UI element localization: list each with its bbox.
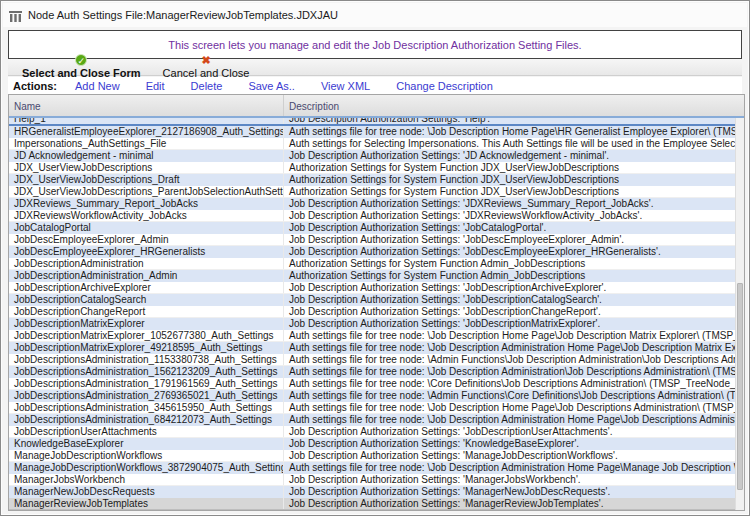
row-description-cell: Auth settings file for tree node: \Job D… — [283, 414, 744, 426]
table-row[interactable]: JDX_UserViewJobDescriptionsAuthorization… — [9, 162, 744, 174]
table-row[interactable]: ManageJobDescriptionWorkflowsJob Descrip… — [9, 450, 744, 462]
table-row[interactable]: JobDescriptionsAdministration_345615950_… — [9, 402, 744, 414]
row-name-cell: JobDescriptionsAdministration_1791961569… — [9, 378, 283, 389]
row-description-cell: Job Description Authorization Settings: … — [283, 318, 744, 330]
row-description-cell: Job Description Authorization Settings: … — [283, 450, 744, 461]
row-description-cell: Auth settings file for tree node: \Admin… — [283, 354, 744, 365]
actions-bar: Actions: Add NewEditDeleteSave As..View … — [8, 77, 742, 94]
row-name-cell: JDXReviews_Summary_Report_JobAcks — [9, 198, 283, 210]
action-link-save-as[interactable]: Save As.. — [248, 80, 294, 92]
row-name-cell: JDX_UserViewJobDescriptions_ParentJobSel… — [9, 186, 283, 197]
table-row-clipped[interactable]: Help_1 Job Description Authorization Set… — [9, 118, 744, 126]
row-name-cell: JobDescriptionAdministration_Admin — [9, 270, 283, 282]
cancel-and-close-button[interactable]: ✖ Cancel and Close — [163, 54, 250, 79]
row-name-cell: JobDescriptionMatrixExplorer_49218595_Au… — [9, 342, 283, 354]
table-row[interactable]: JobDescriptionsAdministration_1153380738… — [9, 354, 744, 366]
row-description-cell: Job Description Authorization Settings: … — [283, 294, 744, 306]
table-row[interactable]: HRGeneralistEmployeeExplorer_2127186908_… — [9, 126, 744, 138]
columns-icon — [9, 9, 22, 21]
row-name-cell: ManageJobDescriptionWorkflows — [9, 450, 283, 461]
table-row[interactable]: JobDescriptionCatalogSearchJob Descripti… — [9, 294, 744, 306]
table-row[interactable]: JobDescriptionMatrixExplorer_49218595_Au… — [9, 342, 744, 354]
action-link-add-new[interactable]: Add New — [75, 80, 120, 92]
action-link-delete[interactable]: Delete — [191, 80, 223, 92]
row-name-cell: JobDescriptionsAdministration_684212073_… — [9, 414, 283, 426]
table-row[interactable]: JD Acknowledgement - minimalJob Descript… — [9, 150, 744, 162]
row-name-cell: Impersonations_AuthSettings_File — [9, 138, 283, 149]
row-name-cell: JobDescriptionMatrixExplorer_1052677380_… — [9, 330, 283, 341]
row-description-cell: Authorization Settings for System Functi… — [283, 270, 744, 282]
row-description-cell: Authorization Settings for System Functi… — [283, 186, 744, 197]
table-row[interactable]: JobDescriptionAdministration_AdminAuthor… — [9, 270, 744, 282]
row-description-cell: Job Description Authorization Settings: … — [283, 282, 744, 293]
table-row[interactable]: JobDescriptionsAdministration_684212073_… — [9, 414, 744, 426]
row-name-cell: JobDescriptionUserAttachments — [9, 426, 283, 437]
table-row[interactable]: JobDescEmployeeExplorer_HRGeneralistsJob… — [9, 246, 744, 258]
row-name-cell: JobDescriptionsAdministration_1562123209… — [9, 366, 283, 378]
table-row[interactable]: JobDescriptionMatrixExplorer_1052677380_… — [9, 330, 744, 342]
table-row[interactable]: JDXReviewsWorkflowActivity_JobAcksJob De… — [9, 210, 744, 222]
red-x-icon: ✖ — [200, 54, 212, 66]
row-description-cell: Auth settings file for tree node: \Job D… — [283, 366, 744, 378]
header-scrollbar-spacer — [735, 95, 744, 116]
table-row[interactable]: JobDescriptionUserAttachmentsJob Descrip… — [9, 426, 744, 438]
row-name-cell: JobDescriptionCatalogSearch — [9, 294, 283, 306]
table-row[interactable]: JobDescriptionChangeReportJob Descriptio… — [9, 306, 744, 318]
table-row[interactable]: JobDescEmployeeExplorer_AdminJob Descrip… — [9, 234, 744, 246]
row-name-cell: JDX_UserViewJobDescriptions_Draft — [9, 174, 283, 186]
scrollbar-thumb[interactable] — [737, 283, 743, 491]
row-name-cell: JobCatalogPortal — [9, 222, 283, 234]
row-description-cell: Authorization Settings for System Functi… — [283, 174, 744, 186]
row-description-cell: Job Description Authorization Settings: … — [283, 438, 744, 450]
table-row[interactable]: JobDescriptionAdministrationAuthorizatio… — [9, 258, 744, 270]
row-description-cell: Job Description Authorization Settings: … — [283, 222, 744, 234]
table-row[interactable]: JobDescriptionsAdministration_1562123209… — [9, 366, 744, 378]
row-description-cell: Auth settings file for tree node: \Job D… — [283, 342, 744, 354]
row-name-cell: JobDescriptionChangeReport — [9, 306, 283, 317]
row-description-cell: Authorization Settings for System Functi… — [283, 258, 744, 269]
row-description-cell: Auth settings file for tree node: \Core … — [283, 378, 744, 389]
table-row[interactable]: JDXReviews_Summary_Report_JobAcksJob Des… — [9, 198, 744, 210]
table-row[interactable]: JobDescriptionMatrixExplorerJob Descript… — [9, 318, 744, 330]
action-link-view-xml[interactable]: View XML — [321, 80, 370, 92]
table-row[interactable]: ManageJobDescriptionWorkflows_3872904075… — [9, 462, 744, 474]
row-description-cell: Auth settings file for tree node: \Job D… — [283, 126, 744, 138]
row-name-cell: JobDescriptionMatrixExplorer — [9, 318, 283, 330]
row-name-cell: JobDescriptionsAdministration_2769365021… — [9, 390, 283, 402]
table-row[interactable]: JobDescriptionsAdministration_2769365021… — [9, 390, 744, 402]
row-description-cell: Authorization Settings for System Functi… — [283, 162, 744, 173]
table-row[interactable]: JDX_UserViewJobDescriptions_DraftAuthori… — [9, 174, 744, 186]
row-name-cell: JobDescriptionArchiveExplorer — [9, 282, 283, 293]
row-description-cell: Auth settings file for tree node: \Job D… — [283, 402, 744, 413]
table-row[interactable]: JobDescriptionArchiveExplorerJob Descrip… — [9, 282, 744, 294]
row-description-cell: Job Description Authorization Settings: … — [283, 198, 744, 210]
grid-header: Name Description — [9, 95, 744, 118]
row-name-cell: JD Acknowledgement - minimal — [9, 150, 283, 162]
table-row-selected[interactable]: ManagerReviewJobTemplatesJob Description… — [9, 498, 744, 510]
action-links-container: Add NewEditDeleteSave As..View XMLChange… — [75, 80, 519, 92]
table-row[interactable]: KnowledgeBaseExplorerJob Description Aut… — [9, 438, 744, 450]
row-description-cell: Job Description Authorization Settings: … — [283, 306, 744, 317]
row-name-cell: Help_1 — [9, 118, 283, 124]
window-title: Node Auth Settings File:ManagerReviewJob… — [28, 9, 338, 21]
select-and-close-button[interactable]: ✓ Select and Close Form — [22, 54, 141, 79]
info-banner-text: This screen lets you manage and edit the… — [168, 39, 581, 51]
grid-body: Help_1 Job Description Authorization Set… — [9, 118, 744, 510]
table-row[interactable]: JDX_UserViewJobDescriptions_ParentJobSel… — [9, 186, 744, 198]
table-row[interactable]: ManagerJobsWorkbenchJob Description Auth… — [9, 474, 744, 486]
row-name-cell: JobDescriptionAdministration — [9, 258, 283, 269]
row-description-cell: Job Description Authorization Settings: … — [283, 246, 744, 258]
table-row[interactable]: Impersonations_AuthSettings_FileAuth set… — [9, 138, 744, 150]
action-link-change-description[interactable]: Change Description — [396, 80, 493, 92]
table-row[interactable]: ManagerNewJobDescRequestsJob Description… — [9, 486, 744, 498]
row-description-cell: Job Description Authorization Settings: … — [283, 474, 744, 485]
title-bar: Node Auth Settings File:ManagerReviewJob… — [3, 3, 747, 27]
table-row[interactable]: JobCatalogPortalJob Description Authoriz… — [9, 222, 744, 234]
vertical-scrollbar[interactable] — [735, 118, 744, 510]
row-description-cell: Auth settings file for tree node: \Job D… — [283, 462, 744, 474]
column-header-name[interactable]: Name — [9, 95, 283, 116]
column-header-description[interactable]: Description — [283, 95, 735, 116]
row-name-cell: JobDescriptionsAdministration_1153380738… — [9, 354, 283, 365]
table-row[interactable]: JobDescriptionsAdministration_1791961569… — [9, 378, 744, 390]
action-link-edit[interactable]: Edit — [146, 80, 165, 92]
